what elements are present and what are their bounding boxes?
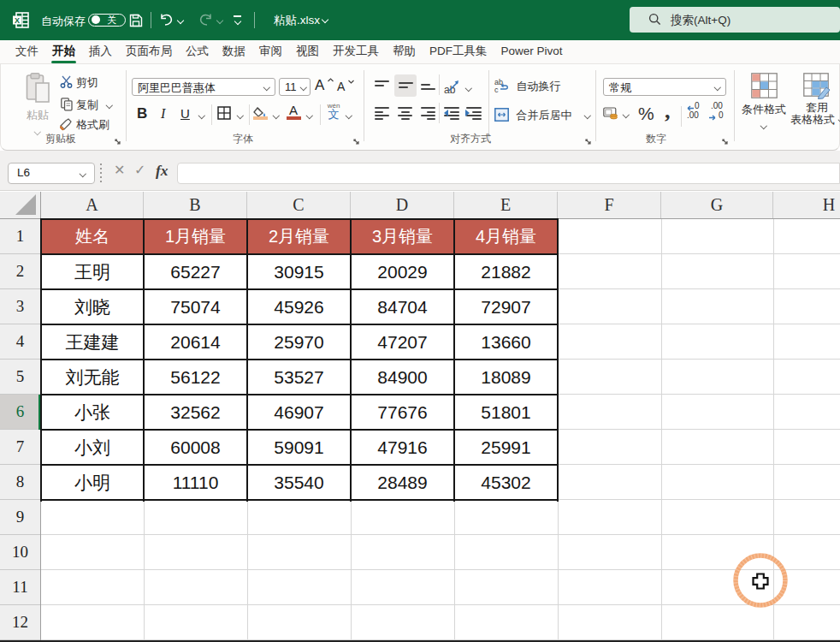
search-box[interactable]: 搜索(Alt+Q) [630,7,840,33]
select-all-corner[interactable] [0,192,41,218]
tab-页面布局[interactable]: 页面布局 [119,40,179,64]
conditional-formatting-button[interactable]: 条件格式 [739,73,789,141]
underline-button[interactable]: U [180,106,190,121]
enter-button[interactable]: ✓ [134,162,145,178]
format-painter-icon[interactable] [60,118,74,131]
insert-function-button[interactable]: fx [156,162,169,180]
tab-开始[interactable]: 开始 [45,40,82,64]
cell-C5[interactable]: 53527 [247,360,351,395]
tab-文件[interactable]: 文件 [9,40,45,64]
column-header-F[interactable]: F [558,192,661,218]
cell-D7[interactable]: 47916 [351,430,454,465]
table-header-cell-B1[interactable]: 1月销量 [144,219,247,254]
clipboard-dialog-launcher-icon[interactable] [115,139,122,146]
cell-A4[interactable]: 王建建 [41,324,144,360]
font-color-button[interactable]: A [287,105,302,121]
tab-视图[interactable]: 视图 [289,40,326,64]
align-top-button[interactable] [375,80,389,90]
cell-B4[interactable]: 20614 [144,324,247,360]
merge-center-button[interactable]: 合并后居中 [494,107,606,126]
cell-E5[interactable]: 18089 [454,360,558,395]
tab-插入[interactable]: 插入 [82,40,119,64]
cell-E3[interactable]: 72907 [454,289,558,324]
cut-icon[interactable] [60,75,73,88]
cell-C6[interactable]: 46907 [247,395,351,430]
cell-C7[interactable]: 59091 [247,430,351,465]
undo-dropdown-icon[interactable] [177,18,183,24]
number-format-combo[interactable]: 常规 [603,78,726,96]
cell-D6[interactable]: 77676 [351,395,454,430]
row-header-5[interactable]: 5 [0,360,40,395]
tab-数据[interactable]: 数据 [216,40,252,64]
row-header-9[interactable]: 9 [0,500,40,535]
row-header-7[interactable]: 7 [0,430,40,465]
tab-PDF工具集[interactable]: PDF工具集 [423,40,494,64]
row-header-11[interactable]: 11 [0,570,40,605]
column-header-E[interactable]: E [454,192,558,218]
font-name-combo[interactable]: 阿里巴巴普惠体 [132,78,275,96]
decrease-decimal-button[interactable]: .00 0 [709,104,728,122]
decrease-font-button[interactable]: A [337,79,356,98]
increase-decimal-button[interactable]: 0 .00 [685,104,704,122]
cell-E8[interactable]: 45302 [454,465,558,500]
tab-开发工具[interactable]: 开发工具 [326,40,386,64]
name-box-dropdown-icon[interactable] [80,170,86,177]
row-header-2[interactable]: 2 [0,254,40,289]
cell-E2[interactable]: 21882 [454,254,558,289]
column-header-D[interactable]: D [351,192,454,218]
name-box-splitter[interactable] [100,163,102,182]
copy-icon[interactable] [61,98,73,110]
cell-B7[interactable]: 60008 [144,430,247,465]
column-header-G[interactable]: G [661,192,773,218]
decrease-indent-button[interactable] [444,107,459,118]
number-dialog-launcher-icon[interactable] [722,139,730,146]
row-header-4[interactable]: 4 [0,324,40,360]
row-header-8[interactable]: 8 [0,465,40,500]
cell-B5[interactable]: 56122 [144,360,247,395]
row-header-10[interactable]: 10 [0,535,40,570]
wrap-text-button[interactable]: ab c 自动换行 [494,78,589,97]
bold-button[interactable]: B [137,105,147,122]
tab-帮助[interactable]: 帮助 [386,40,423,64]
tab-Power Pivot[interactable]: Power Pivot [494,40,570,64]
cell-D4[interactable]: 47207 [351,324,454,360]
column-header-C[interactable]: C [247,192,351,218]
borders-icon[interactable] [217,106,231,120]
row-header-1[interactable]: 1 [0,219,40,254]
customize-quick-access-icon[interactable] [233,15,242,25]
row-header-6[interactable]: 6 [0,395,40,430]
increase-indent-button[interactable] [466,107,482,118]
cell-C3[interactable]: 45926 [247,289,351,324]
font-size-dropdown-icon[interactable] [300,84,307,91]
table-header-cell-A1[interactable]: 姓名 [41,219,144,254]
cell-C4[interactable]: 25970 [247,324,351,360]
merge-center-dropdown-icon[interactable] [584,112,591,119]
increase-font-button[interactable]: A [315,77,334,96]
cell-B6[interactable]: 32562 [144,395,247,430]
tab-公式[interactable]: 公式 [179,40,216,64]
cell-E4[interactable]: 13660 [454,324,558,360]
font-name-dropdown-icon[interactable] [263,84,270,91]
italic-button[interactable]: I [161,106,165,122]
borders-dropdown-icon[interactable] [237,112,244,119]
font-color-dropdown-icon[interactable] [306,112,313,119]
number-format-dropdown-icon[interactable] [714,84,721,91]
cell-D5[interactable]: 84900 [351,360,454,395]
cancel-button[interactable]: ✕ [114,162,125,178]
cell-A6[interactable]: 小张 [41,395,144,430]
cell-C2[interactable]: 30915 [247,254,351,289]
underline-dropdown-icon[interactable] [198,112,205,119]
align-right-button[interactable] [421,107,435,118]
cell-D8[interactable]: 28489 [351,465,454,500]
align-center-button[interactable] [398,107,412,118]
percent-style-button[interactable]: % [638,104,654,124]
orientation-button[interactable]: ab [444,79,463,98]
title-dropdown-icon[interactable] [322,17,328,23]
column-header-H[interactable]: H [773,192,840,218]
row-header-3[interactable]: 3 [0,289,40,324]
tab-审阅[interactable]: 审阅 [252,40,289,64]
cell-C8[interactable]: 35540 [247,465,351,500]
cut-label[interactable]: 剪切 [76,75,98,91]
formula-input[interactable] [177,163,840,184]
row-header-12[interactable]: 12 [0,605,40,640]
